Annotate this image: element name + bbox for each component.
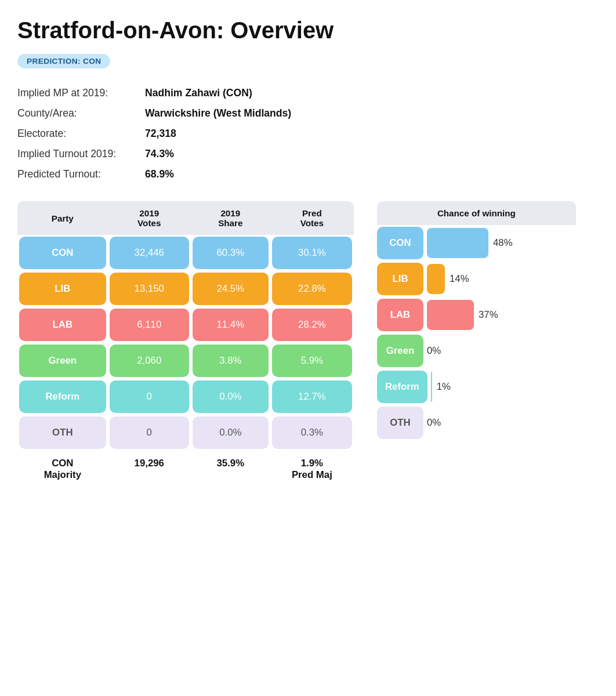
win-table-row: OTH 0% bbox=[377, 405, 576, 441]
info-table: Implied MP at 2019: Nadhim Zahawi (CON) … bbox=[17, 87, 599, 180]
implied-mp-label: Implied MP at 2019: bbox=[17, 87, 145, 99]
footer-votes: 19,296 bbox=[108, 451, 191, 481]
win-table-row: Green 0% bbox=[377, 333, 576, 369]
pred-cell-oth: 0.3% bbox=[270, 415, 354, 451]
table-row: LIB 13,150 24.5% 22.8% bbox=[17, 271, 354, 307]
share-cell-con: 60.3% bbox=[191, 235, 270, 271]
implied-turnout-label: Implied Turnout 2019: bbox=[17, 148, 145, 160]
win-party-lib: LIB 14% bbox=[377, 261, 576, 297]
electorate-value: 72,318 bbox=[145, 128, 176, 140]
win-party-green: Green 0% bbox=[377, 333, 576, 369]
party-cell-green: Green bbox=[17, 343, 108, 379]
votes-cell-oth: 0 bbox=[108, 415, 191, 451]
table-row: CON 32,446 60.3% 30.1% bbox=[17, 235, 354, 271]
predicted-turnout-row: Predicted Turnout: 68.9% bbox=[17, 168, 599, 180]
win-party-lab: LAB 37% bbox=[377, 297, 576, 333]
implied-mp-row: Implied MP at 2019: Nadhim Zahawi (CON) bbox=[17, 87, 599, 99]
table-row: Green 2,060 3.8% 5.9% bbox=[17, 343, 354, 379]
electorate-row: Electorate: 72,318 bbox=[17, 128, 599, 140]
share-cell-oth: 0.0% bbox=[191, 415, 270, 451]
pred-cell-con: 30.1% bbox=[270, 235, 354, 271]
win-table-row: Reform 1% bbox=[377, 369, 576, 405]
county-row: County/Area: Warwickshire (West Midlands… bbox=[17, 107, 599, 119]
footer-share: 35.9% bbox=[191, 451, 270, 481]
tables-row: Party 2019Votes 2019Share PredVotes CON … bbox=[17, 201, 599, 481]
footer-label: CONMajority bbox=[17, 451, 108, 481]
prediction-badge: PREDICTION: CON bbox=[17, 54, 110, 68]
win-table: Chance of winning CON 48% LIB 14% bbox=[377, 201, 576, 441]
pred-cell-lib: 22.8% bbox=[270, 271, 354, 307]
vote-table-container: Party 2019Votes 2019Share PredVotes CON … bbox=[17, 201, 354, 481]
table-row: LAB 6,110 11.4% 28.2% bbox=[17, 307, 354, 343]
county-label: County/Area: bbox=[17, 107, 145, 119]
footer-pred: 1.9%Pred Maj bbox=[270, 451, 354, 481]
header-pred-votes: PredVotes bbox=[270, 201, 354, 235]
win-table-row: LIB 14% bbox=[377, 261, 576, 297]
win-table-row: LAB 37% bbox=[377, 297, 576, 333]
win-party-oth: OTH 0% bbox=[377, 405, 576, 441]
implied-mp-value: Nadhim Zahawi (CON) bbox=[145, 87, 252, 99]
share-cell-green: 3.8% bbox=[191, 343, 270, 379]
win-table-container: Chance of winning CON 48% LIB 14% bbox=[377, 201, 576, 441]
party-cell-lab: LAB bbox=[17, 307, 108, 343]
win-table-row: CON 48% bbox=[377, 225, 576, 261]
win-party-con: CON 48% bbox=[377, 225, 576, 261]
electorate-label: Electorate: bbox=[17, 128, 145, 140]
vote-table: Party 2019Votes 2019Share PredVotes CON … bbox=[17, 201, 354, 481]
party-cell-reform: Reform bbox=[17, 379, 108, 415]
win-party-reform: Reform 1% bbox=[377, 369, 576, 405]
party-cell-con: CON bbox=[17, 235, 108, 271]
pred-cell-green: 5.9% bbox=[270, 343, 354, 379]
header-2019-share: 2019Share bbox=[191, 201, 270, 235]
share-cell-reform: 0.0% bbox=[191, 379, 270, 415]
votes-cell-reform: 0 bbox=[108, 379, 191, 415]
predicted-turnout-value: 68.9% bbox=[145, 168, 174, 180]
pred-cell-lab: 28.2% bbox=[270, 307, 354, 343]
win-table-header: Chance of winning bbox=[377, 201, 576, 225]
predicted-turnout-label: Predicted Turnout: bbox=[17, 168, 145, 180]
pred-cell-reform: 12.7% bbox=[270, 379, 354, 415]
votes-cell-lib: 13,150 bbox=[108, 271, 191, 307]
page-title: Stratford-on-Avon: Overview bbox=[17, 17, 599, 44]
footer-row: CONMajority 19,296 35.9% 1.9%Pred Maj bbox=[17, 451, 354, 481]
implied-turnout-row: Implied Turnout 2019: 74.3% bbox=[17, 148, 599, 160]
votes-cell-con: 32,446 bbox=[108, 235, 191, 271]
share-cell-lab: 11.4% bbox=[191, 307, 270, 343]
votes-cell-lab: 6,110 bbox=[108, 307, 191, 343]
share-cell-lib: 24.5% bbox=[191, 271, 270, 307]
county-value: Warwickshire (West Midlands) bbox=[145, 107, 291, 119]
header-party: Party bbox=[17, 201, 108, 235]
votes-cell-green: 2,060 bbox=[108, 343, 191, 379]
table-row: Reform 0 0.0% 12.7% bbox=[17, 379, 354, 415]
party-cell-oth: OTH bbox=[17, 415, 108, 451]
party-cell-lib: LIB bbox=[17, 271, 108, 307]
header-2019-votes: 2019Votes bbox=[108, 201, 191, 235]
table-row: OTH 0 0.0% 0.3% bbox=[17, 415, 354, 451]
implied-turnout-value: 74.3% bbox=[145, 148, 174, 160]
